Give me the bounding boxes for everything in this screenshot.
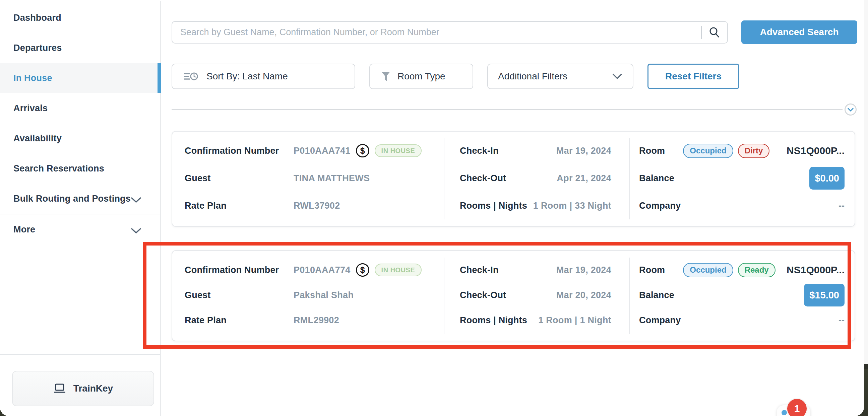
check-in-label: Check-In [460, 265, 499, 275]
status-badge: IN HOUSE [375, 145, 422, 157]
status-badge: IN HOUSE [375, 264, 422, 276]
confirmation-label: Confirmation Number [185, 265, 293, 275]
folio-dollar-icon[interactable]: $ [356, 263, 369, 277]
rate-plan-label: Rate Plan [185, 315, 293, 326]
additional-filters-button[interactable]: Additional Filters [487, 64, 633, 89]
housekeeping-badge: Ready [738, 263, 775, 277]
sidebar-item-more[interactable]: More [0, 214, 160, 245]
sidebar-item-bulk-routing-and-postings[interactable]: Bulk Routing and Postings [0, 184, 160, 214]
card-guest-column: Confirmation Number P010AAA774 $ IN HOUS… [172, 251, 444, 341]
confirmation-value: P010AAA774 [293, 265, 350, 275]
main-content: Advanced Search Sort By: Last Name Room … [161, 0, 864, 416]
rooms-nights-value: 1 Room | 33 Night [533, 201, 611, 211]
advanced-search-button[interactable]: Advanced Search [741, 21, 857, 44]
rooms-nights-value: 1 Room | 1 Night [538, 315, 611, 326]
trainkey-panel: TrainKey [0, 354, 160, 416]
rate-plan-value: RWL37902 [293, 201, 340, 211]
occupancy-badge: Occupied [683, 144, 733, 158]
reservation-card[interactable]: Confirmation Number P010AAA741 $ IN HOUS… [172, 131, 855, 227]
check-in-label: Check-In [460, 146, 499, 156]
sidebar-item-arrivals[interactable]: Arrivals [0, 93, 160, 123]
funnel-icon [381, 71, 391, 82]
card-guest-column: Confirmation Number P010AAA741 $ IN HOUS… [172, 132, 444, 226]
check-out-label: Check-Out [460, 290, 506, 300]
sidebar-nav: DashboardDeparturesIn HouseArrivalsAvail… [0, 3, 160, 245]
list-divider [172, 109, 842, 110]
rate-plan-value: RML29902 [293, 315, 339, 326]
check-in-value: Mar 19, 2024 [556, 265, 611, 275]
sidebar-item-in-house[interactable]: In House [0, 63, 160, 93]
filter-row: Sort By: Last Name Room Type Additional … [172, 64, 739, 89]
laptop-icon [53, 383, 66, 394]
housekeeping-badge: Dirty [738, 144, 770, 158]
collapse-toggle-button[interactable] [844, 103, 857, 116]
reservation-card[interactable]: Confirmation Number P010AAA774 $ IN HOUS… [172, 250, 855, 341]
card-dates-column: Check-In Mar 19, 2024 Check-Out Mar 20, … [444, 258, 629, 334]
card-dates-column: Check-In Mar 19, 2024 Check-Out Apr 21, … [444, 138, 629, 219]
additional-filters-label: Additional Filters [498, 71, 567, 82]
company-value: -- [838, 201, 844, 211]
room-label: Room [639, 265, 665, 275]
sidebar-item-label: In House [13, 73, 52, 84]
reset-filters-button[interactable]: Reset Filters [648, 64, 739, 89]
confirmation-label: Confirmation Number [185, 146, 293, 156]
rooms-nights-label: Rooms | Nights [460, 315, 527, 326]
sidebar-item-label: Departures [13, 43, 62, 53]
app-window: DashboardDeparturesIn HouseArrivalsAvail… [0, 0, 864, 416]
chevron-down-icon [612, 73, 623, 80]
search-icon [709, 27, 720, 38]
balance-chip[interactable]: $15.00 [804, 284, 844, 307]
guest-value: TINA MATTHEWS [293, 173, 370, 184]
background-window-edge-dark [864, 364, 868, 369]
chevron-down-icon [130, 195, 142, 206]
balance-label: Balance [639, 290, 674, 300]
company-value: -- [838, 315, 844, 326]
check-out-label: Check-Out [460, 173, 506, 184]
room-type-label: Room Type [398, 71, 445, 82]
sidebar-item-availability[interactable]: Availability [0, 123, 160, 153]
occupancy-badge: Occupied [683, 263, 733, 277]
sidebar-item-label: Availability [13, 133, 62, 144]
room-type-filter-button[interactable]: Room Type [369, 64, 473, 89]
check-out-value: Apr 21, 2024 [557, 173, 611, 184]
rooms-nights-label: Rooms | Nights [460, 201, 527, 211]
room-number-value: NS1Q000P... [786, 264, 844, 276]
sidebar-item-label: Bulk Routing and Postings [13, 194, 131, 204]
company-label: Company [639, 315, 681, 326]
guest-value: Pakshal Shah [293, 290, 353, 300]
room-number-value: NS1Q000P... [786, 145, 844, 156]
search-button[interactable] [702, 22, 727, 43]
balance-label: Balance [639, 173, 674, 184]
check-out-value: Mar 20, 2024 [556, 290, 611, 300]
confirmation-value: P010AAA741 [293, 146, 350, 156]
trainkey-label: TrainKey [73, 383, 113, 394]
sidebar-item-search-reservations[interactable]: Search Reservations [0, 153, 160, 184]
rate-plan-label: Rate Plan [185, 201, 293, 211]
sidebar-item-label: Search Reservations [13, 163, 104, 174]
sidebar-item-label: Arrivals [13, 103, 48, 114]
sort-by-button[interactable]: Sort By: Last Name [172, 64, 355, 89]
sidebar: DashboardDeparturesIn HouseArrivalsAvail… [0, 1, 161, 416]
sidebar-item-label: Dashboard [13, 13, 61, 23]
chevron-down-icon [847, 107, 854, 112]
trainkey-button[interactable]: TrainKey [12, 371, 154, 406]
folio-dollar-icon[interactable]: $ [356, 144, 369, 157]
room-label: Room [639, 146, 665, 156]
guest-label: Guest [185, 173, 293, 184]
search-bar [172, 21, 728, 43]
search-input[interactable] [172, 22, 701, 43]
sort-by-time-icon [184, 71, 198, 82]
check-in-value: Mar 19, 2024 [556, 146, 611, 156]
card-room-column: Room Occupied Ready NS1Q000P... Balance … [629, 258, 856, 334]
sidebar-item-label: More [13, 224, 35, 235]
sidebar-item-departures[interactable]: Departures [0, 33, 160, 63]
company-label: Company [639, 201, 681, 211]
sidebar-item-dashboard[interactable]: Dashboard [0, 3, 160, 33]
balance-chip[interactable]: $0.00 [809, 167, 844, 190]
app-icon-blue-dot [781, 410, 787, 415]
card-room-column: Room Occupied Dirty NS1Q000P... Balance … [629, 138, 856, 219]
sort-by-label: Sort By: Last Name [207, 71, 288, 82]
background-window-edge [864, 0, 868, 364]
chevron-down-icon [130, 226, 142, 236]
guest-label: Guest [185, 290, 293, 300]
